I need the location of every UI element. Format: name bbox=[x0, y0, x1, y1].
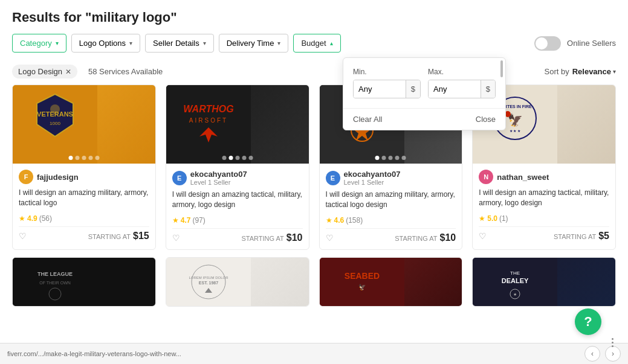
rating-value: 4.9 bbox=[27, 214, 37, 223]
rating-count: (158) bbox=[346, 216, 363, 225]
nav-left-arrow[interactable]: ‹ bbox=[584, 346, 600, 362]
seller-name: nathan_sweet bbox=[497, 173, 549, 182]
budget-scrollbar-thumb bbox=[500, 60, 503, 77]
avatar: E bbox=[172, 171, 187, 185]
star-icon: ★ bbox=[326, 216, 332, 225]
heart-icon[interactable]: ♡ bbox=[326, 233, 334, 243]
online-sellers-toggle[interactable] bbox=[534, 36, 561, 51]
budget-close-button[interactable]: Close bbox=[476, 115, 496, 124]
price: $15 bbox=[133, 231, 149, 241]
bottom-cards-row: THE LEAGUE OF THEIR OWN LOREM IPSUM DOLO… bbox=[0, 250, 628, 307]
card-0[interactable]: VETERANS 1000 F fajjudesign I will desig… bbox=[12, 85, 156, 250]
help-area: ? bbox=[610, 338, 613, 347]
delivery-time-chevron-icon: ▾ bbox=[277, 40, 280, 46]
card-description: I will design an amazing tactical, milit… bbox=[172, 190, 303, 211]
card-dot bbox=[389, 156, 393, 160]
budget-max-input[interactable] bbox=[429, 80, 481, 98]
header: Results for "military logo" Category ▾ L… bbox=[0, 0, 628, 59]
card-dot bbox=[248, 156, 253, 160]
help-button[interactable]: ? bbox=[575, 308, 601, 335]
svg-text:THE LEAGUE: THE LEAGUE bbox=[37, 271, 73, 277]
svg-text:OF THEIR OWN: OF THEIR OWN bbox=[39, 281, 71, 285]
nav-arrows: ‹ › bbox=[584, 346, 621, 362]
online-sellers-label: Online Sellers bbox=[567, 39, 616, 48]
tag-remove-button[interactable]: ✕ bbox=[65, 68, 71, 76]
bottom-card-1[interactable]: LOREM IPSUM DOLOR EST. 1987 bbox=[166, 257, 309, 307]
star-icon: ★ bbox=[172, 216, 179, 225]
budget-actions: Clear All Close bbox=[343, 108, 505, 130]
nav-right-arrow[interactable]: › bbox=[605, 346, 621, 362]
avatar: N bbox=[479, 170, 493, 184]
card-1[interactable]: WARTHOG AIRSOFT E ekocahyanto07 Level 1 … bbox=[166, 85, 309, 250]
starting-at-label: STARTING AT bbox=[554, 233, 596, 240]
card-dot bbox=[95, 156, 99, 160]
starting-at-label: STARTING AT bbox=[395, 235, 437, 242]
budget-clear-button[interactable]: Clear All bbox=[353, 115, 382, 124]
delivery-time-filter-button[interactable]: Delivery Time ▾ bbox=[219, 34, 289, 53]
services-count: 58 Services Available bbox=[88, 67, 163, 76]
cards-grid: VETERANS 1000 F fajjudesign I will desig… bbox=[0, 85, 628, 250]
bottom-card-2[interactable]: SEABED 🦅 bbox=[319, 257, 463, 307]
card-dot bbox=[222, 156, 226, 160]
svg-text:THE: THE bbox=[510, 270, 520, 276]
card-dot bbox=[82, 156, 86, 160]
toggle-knob bbox=[536, 37, 548, 49]
menu-dots-icon[interactable] bbox=[610, 338, 613, 347]
card-body: E ekocahyanto07 Level 1 Seller I will de… bbox=[166, 164, 309, 249]
svg-text:1000: 1000 bbox=[50, 121, 60, 126]
price: $10 bbox=[440, 232, 456, 243]
seller-level: Level 1 Seller bbox=[344, 179, 401, 186]
svg-text:DEALEY: DEALEY bbox=[502, 277, 529, 284]
category-filter-button[interactable]: Category ▾ bbox=[12, 34, 66, 53]
seller-details-filter-button[interactable]: Seller Details ▾ bbox=[145, 34, 214, 53]
avatar: E bbox=[326, 171, 340, 185]
card-dot bbox=[88, 156, 92, 160]
sort-area: Sort by Relevance ▾ bbox=[544, 67, 616, 76]
card-dot bbox=[375, 156, 380, 160]
rating-count: (56) bbox=[39, 214, 52, 223]
status-url: fiverr.com/.../make-a-legit-military-vet… bbox=[7, 350, 181, 357]
seller-level: Level 1 Seller bbox=[190, 179, 247, 186]
svg-point-4 bbox=[50, 104, 60, 114]
card-dot bbox=[395, 156, 400, 160]
svg-text:AIRSOFT: AIRSOFT bbox=[189, 117, 228, 124]
seller-info: ekocahyanto07 Level 1 Seller bbox=[344, 170, 401, 186]
tag-label: Logo Design bbox=[18, 67, 62, 76]
heart-icon[interactable]: ♡ bbox=[479, 231, 487, 241]
card-body: E ekocahyanto07 Level 1 Seller I will de… bbox=[320, 164, 462, 249]
budget-min-input[interactable] bbox=[354, 80, 406, 98]
budget-max-currency: $ bbox=[481, 80, 495, 98]
help-icon: ? bbox=[584, 314, 592, 330]
menu-dot-2 bbox=[612, 342, 613, 343]
card-seller: F fajjudesign bbox=[19, 170, 149, 184]
card-seller: E ekocahyanto07 Level 1 Seller bbox=[172, 170, 303, 186]
rating-count: (97) bbox=[192, 216, 205, 225]
filter-bar: Category ▾ Logo Options ▾ Seller Details… bbox=[12, 34, 616, 53]
menu-dot-3 bbox=[612, 345, 613, 347]
card-rating: ★ 5.0 (1) bbox=[479, 214, 609, 223]
logo-options-filter-button[interactable]: Logo Options ▾ bbox=[71, 34, 140, 53]
card-dot bbox=[242, 156, 246, 160]
svg-rect-29 bbox=[320, 258, 404, 306]
card-seller: N nathan_sweet bbox=[479, 170, 609, 184]
category-chevron-icon: ▾ bbox=[56, 40, 59, 46]
sort-value[interactable]: Relevance bbox=[572, 67, 611, 76]
heart-icon[interactable]: ♡ bbox=[19, 231, 27, 241]
card-rating: ★ 4.7 (97) bbox=[172, 216, 303, 225]
logo-design-tag: Logo Design ✕ bbox=[12, 65, 77, 78]
card-seller: E ekocahyanto07 Level 1 Seller bbox=[326, 170, 456, 186]
card-dot bbox=[228, 156, 233, 160]
page: Results for "military logo" Category ▾ L… bbox=[0, 0, 628, 364]
heart-icon[interactable]: ♡ bbox=[172, 233, 180, 243]
seller-name: fajjudesign bbox=[37, 173, 79, 182]
svg-text:★ ★ ★: ★ ★ ★ bbox=[510, 129, 520, 133]
bottom-card-3[interactable]: THE DEALEY ★ bbox=[472, 257, 616, 307]
starting-at-label: STARTING AT bbox=[242, 235, 284, 242]
logo-options-chevron-icon: ▾ bbox=[129, 40, 132, 46]
price: $10 bbox=[286, 232, 303, 243]
avatar: F bbox=[19, 170, 33, 184]
bottom-card-0[interactable]: THE LEAGUE OF THEIR OWN bbox=[12, 257, 156, 307]
bottom-card-image: SEABED 🦅 bbox=[320, 258, 462, 306]
budget-min-col: Min. $ bbox=[353, 68, 421, 98]
budget-filter-button[interactable]: Budget ▴ bbox=[293, 34, 340, 53]
